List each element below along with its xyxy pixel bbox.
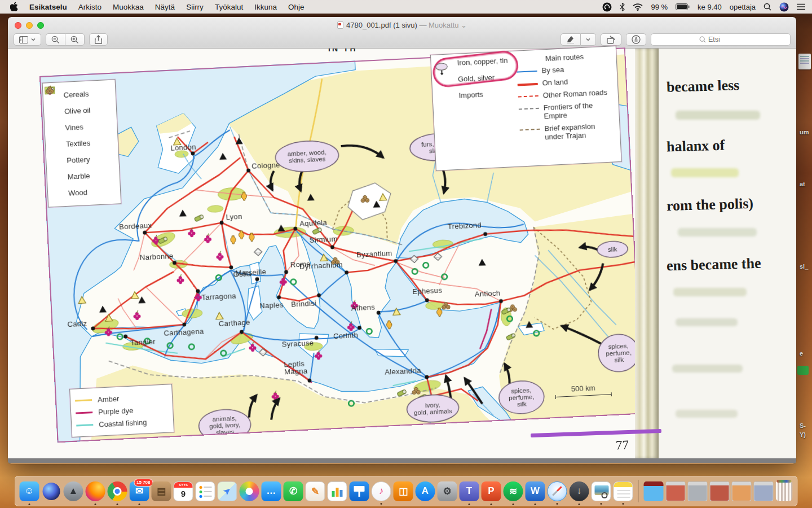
dock-window-doc-2[interactable] bbox=[754, 481, 774, 501]
menu-item-siirry[interactable]: Siirry bbox=[180, 3, 209, 11]
dock-photos[interactable] bbox=[240, 481, 259, 501]
running-indicator bbox=[601, 503, 602, 505]
imports-icon bbox=[435, 63, 448, 76]
dock-siri[interactable] bbox=[42, 481, 61, 501]
dock-window-ppt-1[interactable] bbox=[666, 481, 686, 501]
svg-text:Ostia: Ostia bbox=[233, 269, 251, 279]
svg-text:Trebizond: Trebizond bbox=[448, 221, 482, 231]
dock-launchpad[interactable]: ▲ bbox=[64, 481, 83, 501]
dock-safari[interactable] bbox=[548, 481, 567, 501]
svg-text:amber, wood,skins, slaves: amber, wood,skins, slaves bbox=[287, 148, 326, 164]
dock-mail[interactable]: ✉15 708 bbox=[130, 481, 149, 501]
dock-keynote[interactable] bbox=[350, 481, 369, 501]
dock-contacts[interactable]: ▤ bbox=[152, 481, 171, 501]
rotate-button[interactable] bbox=[601, 33, 621, 46]
zoom-out-button[interactable] bbox=[46, 33, 65, 46]
apple-menu-icon[interactable] bbox=[10, 2, 18, 11]
running-indicator bbox=[557, 503, 558, 505]
dock-teams[interactable]: T bbox=[460, 481, 479, 501]
svg-text:Syracuse: Syracuse bbox=[281, 339, 314, 349]
dock-preview[interactable] bbox=[592, 481, 611, 501]
dock-powerpoint[interactable]: P bbox=[482, 481, 501, 501]
desktop-file-icon[interactable] bbox=[798, 54, 811, 69]
menu-item-muokkaa[interactable]: Muokkaa bbox=[107, 3, 149, 11]
pdf-content-area[interactable]: IN TH bbox=[8, 49, 796, 463]
desktop-label-fragment: e bbox=[800, 350, 803, 357]
desktop-label-fragment: Y) bbox=[800, 431, 806, 438]
search-input[interactable] bbox=[708, 36, 742, 43]
dock-window-firefox[interactable] bbox=[732, 481, 752, 501]
side-text-line: became less bbox=[667, 77, 740, 96]
dock-reminders[interactable] bbox=[196, 481, 215, 501]
textile-icon bbox=[48, 144, 61, 145]
svg-text:Narbonne: Narbonne bbox=[140, 252, 174, 262]
highlight-button[interactable] bbox=[561, 33, 581, 46]
menu-item-app[interactable]: Esikatselu bbox=[24, 3, 73, 11]
dock-folder-documents[interactable] bbox=[644, 481, 664, 501]
siri-menu-icon[interactable] bbox=[779, 2, 789, 12]
notification-center-icon[interactable] bbox=[797, 3, 805, 10]
legend-route-other: Other Roman roads bbox=[518, 87, 615, 100]
highlight-dropdown-button[interactable] bbox=[581, 33, 596, 46]
search-field[interactable] bbox=[651, 33, 791, 46]
land-line-swatch bbox=[518, 83, 538, 86]
dock-notes[interactable] bbox=[614, 481, 633, 501]
book-spine bbox=[635, 49, 659, 458]
olive-icon bbox=[46, 112, 60, 112]
running-indicator bbox=[139, 503, 140, 505]
dock-firefox[interactable] bbox=[86, 481, 105, 501]
dock-books[interactable]: ◫ bbox=[394, 481, 413, 501]
dock-chrome[interactable] bbox=[108, 481, 127, 501]
user-menu[interactable]: opettaja bbox=[730, 3, 756, 11]
svg-text:Naples: Naples bbox=[259, 300, 284, 310]
menu-item-tyokalut[interactable]: Työkalut bbox=[209, 3, 249, 11]
clock[interactable]: ke 9.40 bbox=[698, 3, 722, 11]
dock-spotify[interactable]: ≋ bbox=[504, 481, 523, 501]
menu-bar: Esikatselu Arkisto Muokkaa Näytä Siirry … bbox=[0, 0, 812, 14]
preview-window: 4780_001.pdf (1 sivu) — Muokattu ⌄ bbox=[8, 17, 796, 464]
running-indicator bbox=[623, 503, 624, 505]
wifi-icon[interactable] bbox=[633, 3, 643, 11]
desktop: { "menu_bar": { "items": ["Esikatselu","… bbox=[0, 0, 812, 508]
dock-system-preferences[interactable]: ⚙ bbox=[438, 481, 457, 501]
markup-toolbar-button[interactable] bbox=[626, 33, 646, 46]
dock-numbers[interactable] bbox=[328, 481, 347, 501]
share-button[interactable] bbox=[89, 33, 108, 46]
legend-goods: CerealsOlive oilVinesTextilesPotteryMarb… bbox=[42, 79, 122, 207]
dock-trash[interactable] bbox=[776, 481, 793, 501]
svg-text:Tarragona: Tarragona bbox=[201, 291, 236, 301]
dock-word[interactable]: W bbox=[526, 481, 545, 501]
svg-text:Cadiz: Cadiz bbox=[67, 319, 87, 329]
menu-item-ikkuna[interactable]: Ikkuna bbox=[249, 3, 283, 11]
dock-window-ppt-2[interactable] bbox=[710, 481, 730, 501]
svg-text:Byzantium: Byzantium bbox=[356, 249, 392, 259]
dock-window-doc-1[interactable] bbox=[688, 481, 708, 501]
spotlight-search-icon[interactable] bbox=[764, 3, 771, 11]
dock-maps[interactable]: ➤ bbox=[218, 481, 237, 501]
content-bottom-strip bbox=[8, 458, 796, 463]
dock-finder[interactable]: ☺ bbox=[20, 481, 39, 501]
zoom-in-button[interactable] bbox=[65, 33, 85, 46]
trajan-line-swatch bbox=[520, 129, 540, 131]
window-title: 4780_001.pdf (1 sivu) — Muokattu ⌄ bbox=[8, 21, 796, 29]
svg-text:Sirmium: Sirmium bbox=[309, 235, 337, 244]
running-indicator bbox=[513, 503, 514, 505]
menu-item-arkisto[interactable]: Arkisto bbox=[73, 3, 107, 11]
menu-item-ohje[interactable]: Ohje bbox=[283, 3, 310, 11]
bluetooth-icon[interactable] bbox=[620, 3, 625, 11]
dock-facetime[interactable]: ✆ bbox=[284, 481, 303, 501]
dock-appstore[interactable]: A bbox=[416, 481, 435, 501]
sidebar-toggle-button[interactable] bbox=[14, 33, 41, 46]
desktop-numbers-file-icon[interactable] bbox=[797, 366, 809, 375]
svg-text:Antioch: Antioch bbox=[474, 289, 500, 299]
menu-item-nayta[interactable]: Näytä bbox=[149, 3, 180, 11]
dock-itunes[interactable]: ♪ bbox=[372, 481, 391, 501]
dock-calendar[interactable]: SYYS9 bbox=[174, 481, 193, 501]
dock-messages[interactable]: … bbox=[262, 481, 281, 501]
dock-pages[interactable]: ✎ bbox=[306, 481, 325, 501]
svg-text:Alexandria: Alexandria bbox=[385, 366, 422, 376]
title-bar[interactable]: 4780_001.pdf (1 sivu) — Muokattu ⌄ bbox=[8, 17, 796, 49]
side-text-line: halanx of bbox=[667, 137, 725, 156]
dock-install-macos[interactable]: ↓ bbox=[570, 481, 589, 501]
creative-cloud-icon[interactable] bbox=[602, 2, 612, 12]
